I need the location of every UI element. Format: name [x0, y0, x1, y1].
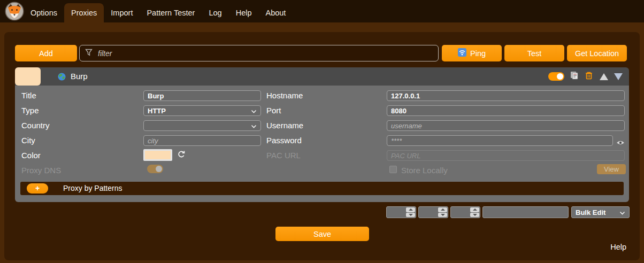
proxy-dns-toggle[interactable] — [147, 165, 163, 173]
proxies-panel: Add Ping Test Get Location — [4, 32, 640, 260]
country-label: Country — [21, 120, 50, 131]
filter-input[interactable] — [97, 49, 433, 58]
proxy-card-controls — [548, 67, 623, 86]
ping-button-label: Ping — [470, 49, 486, 58]
color-picker-swatch[interactable] — [143, 149, 172, 161]
move-up-icon[interactable] — [600, 73, 608, 80]
color-label: Color — [21, 150, 41, 161]
filter-box — [79, 45, 439, 61]
bulk-edit-text-input[interactable] — [482, 206, 569, 218]
spinner-buttons[interactable] — [405, 207, 416, 218]
tab-log[interactable]: Log — [202, 3, 228, 22]
proxy-card-header: Burp — [15, 67, 629, 86]
top-navigation-bar: Options Proxies Import Pattern Tester Lo… — [0, 0, 644, 22]
spinner-up-icon[interactable] — [470, 207, 479, 212]
help-link[interactable]: Help — [610, 243, 626, 251]
proxy-color-strip — [15, 67, 41, 86]
move-down-icon[interactable] — [614, 73, 623, 80]
nav-tabs: Options Proxies Import Pattern Tester Lo… — [24, 3, 293, 22]
type-select-value: HTTP — [148, 107, 166, 115]
color-reset-icon[interactable] — [177, 150, 186, 161]
proxy-dns-label: Proxy DNS — [21, 165, 61, 176]
bulk-number-spinner-2[interactable] — [418, 206, 448, 218]
hostname-label: Hostname — [266, 90, 303, 101]
spinner-down-icon[interactable] — [470, 213, 479, 218]
wifi-icon — [458, 48, 466, 58]
tab-options[interactable]: Options — [24, 3, 64, 22]
tab-pattern-tester[interactable]: Pattern Tester — [140, 3, 202, 22]
duplicate-icon[interactable] — [570, 71, 578, 82]
bulk-number-spinner-3[interactable] — [450, 206, 480, 218]
bulk-edit-select[interactable]: Bulk Edit — [571, 206, 630, 218]
bulk-edit-select-value: Bulk Edit — [576, 208, 605, 216]
save-button[interactable]: Save — [275, 227, 369, 241]
username-input[interactable] — [387, 120, 625, 131]
foxyproxy-logo-icon — [5, 2, 24, 21]
type-label: Type — [21, 105, 39, 116]
hostname-input[interactable] — [387, 90, 625, 101]
tab-about[interactable]: About — [258, 3, 293, 22]
delete-trash-icon[interactable] — [584, 71, 594, 82]
show-password-eye-icon[interactable] — [616, 138, 625, 148]
chevron-down-icon — [251, 107, 257, 115]
store-locally-label: Store Locally — [401, 165, 448, 176]
city-input[interactable] — [143, 135, 261, 146]
proxy-enabled-toggle[interactable] — [548, 72, 564, 81]
tab-import[interactable]: Import — [104, 3, 140, 22]
add-pattern-button[interactable]: + — [27, 183, 48, 194]
globe-icon — [58, 73, 66, 83]
title-input[interactable] — [143, 90, 261, 101]
chevron-down-icon — [619, 208, 625, 216]
country-select[interactable] — [143, 120, 261, 131]
spinner-buttons[interactable] — [438, 207, 448, 218]
spinner-down-icon[interactable] — [438, 213, 447, 218]
proxy-title: Burp — [71, 67, 88, 86]
get-location-button[interactable]: Get Location — [567, 45, 627, 61]
bulk-number-spinner-1[interactable] — [386, 206, 416, 218]
proxy-by-patterns-title: Proxy by Patterns — [63, 182, 122, 195]
proxy-form: Title Type HTTP Country City — [15, 86, 629, 202]
spinner-up-icon[interactable] — [406, 207, 415, 212]
proxy-by-patterns-bar: + Proxy by Patterns — [20, 182, 624, 195]
pac-url-label: PAC URL — [266, 150, 301, 161]
password-input[interactable] — [387, 135, 613, 146]
add-button[interactable]: Add — [15, 45, 77, 61]
city-label: City — [21, 135, 35, 146]
filter-funnel-icon — [85, 49, 93, 58]
tab-help[interactable]: Help — [229, 3, 259, 22]
tab-proxies[interactable]: Proxies — [64, 3, 104, 22]
spinner-up-icon[interactable] — [438, 207, 447, 212]
proxy-card: Burp — [15, 67, 629, 202]
username-label: Username — [266, 120, 303, 131]
spinner-down-icon[interactable] — [406, 213, 415, 218]
store-locally-checkbox[interactable] — [389, 166, 397, 173]
password-label: Password — [266, 135, 302, 146]
chevron-down-icon — [251, 122, 257, 130]
ping-button[interactable]: Ping — [442, 45, 502, 61]
spinner-buttons[interactable] — [470, 207, 480, 218]
view-pac-button[interactable]: View — [597, 164, 626, 174]
type-select[interactable]: HTTP — [143, 105, 261, 116]
title-label: Title — [21, 90, 36, 101]
foxyproxy-options-page: Options Proxies Import Pattern Tester Lo… — [0, 0, 644, 263]
test-button[interactable]: Test — [504, 45, 564, 61]
port-input[interactable] — [387, 105, 625, 116]
port-label: Port — [266, 105, 281, 116]
pac-url-input[interactable] — [387, 150, 625, 161]
